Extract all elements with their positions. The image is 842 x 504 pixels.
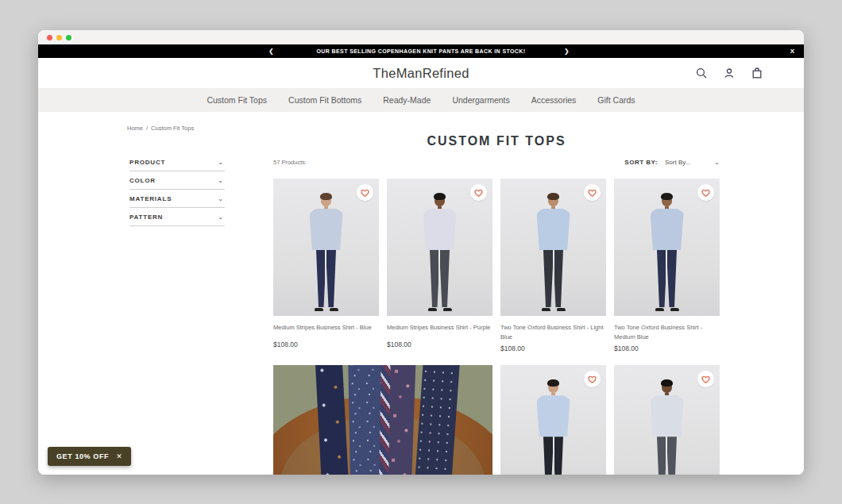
search-icon[interactable] bbox=[696, 67, 707, 79]
close-window-button[interactable] bbox=[47, 35, 52, 40]
filter-product-label: PRODUCT bbox=[129, 159, 165, 166]
product-title[interactable]: Two Tone Oxford Business Shirt - Medium … bbox=[614, 323, 720, 341]
model-photo bbox=[423, 194, 457, 311]
promo-discount-button[interactable]: GET 10% OFF ✕ bbox=[48, 447, 131, 466]
site-header: TheManRefined bbox=[38, 58, 804, 88]
filter-color-label: COLOR bbox=[129, 177, 156, 184]
product-price: $108.00 bbox=[500, 344, 606, 352]
nav-item-gift-cards[interactable]: Gift Cards bbox=[597, 95, 635, 105]
nav-item-accessories[interactable]: Accessories bbox=[531, 95, 577, 105]
wishlist-heart-icon[interactable] bbox=[584, 371, 601, 387]
filter-sidebar: PRODUCT ⌄ COLOR ⌄ MATERIALS ⌄ PATTERN ⌄ bbox=[129, 153, 225, 226]
model-photo bbox=[310, 194, 343, 311]
window-titlebar bbox=[38, 30, 804, 44]
breadcrumb-current: Custom Fit Tops bbox=[151, 125, 194, 132]
filter-pattern-label: PATTERN bbox=[129, 214, 163, 221]
product-card[interactable]: Two Tone Oxford Business Shirt - Medium … bbox=[614, 179, 720, 352]
sort-dropdown-value: Sort By... bbox=[665, 159, 690, 166]
product-card[interactable]: Two Tone Oxford Business Shirt - Light B… bbox=[500, 179, 606, 352]
product-title[interactable]: Two Tone Oxford Business Shirt - Light B… bbox=[500, 323, 606, 341]
cart-icon[interactable] bbox=[751, 67, 763, 79]
nav-item-custom-fit-tops[interactable]: Custom Fit Tops bbox=[207, 95, 267, 105]
model-photo bbox=[537, 381, 570, 475]
main-nav: Custom Fit Tops Custom Fit Bottoms Ready… bbox=[38, 88, 804, 112]
ties-category-banner[interactable] bbox=[273, 365, 492, 475]
product-grid-row-1: Medium Stripes Business Shirt - Blue $10… bbox=[273, 179, 720, 352]
product-grid-row-2 bbox=[273, 365, 720, 475]
promo-close-icon[interactable]: ✕ bbox=[116, 452, 122, 460]
product-count: 57 Products bbox=[273, 159, 305, 166]
tie-photo bbox=[384, 365, 416, 475]
account-icon[interactable] bbox=[724, 67, 735, 79]
breadcrumb: Home / Custom Fit Tops bbox=[127, 125, 194, 132]
chevron-down-icon: ⌄ bbox=[218, 179, 223, 183]
product-card[interactable]: Medium Stripes Business Shirt - Purple $… bbox=[387, 179, 492, 352]
sort-dropdown[interactable]: Sort By... ⌄ bbox=[665, 159, 720, 166]
nav-item-ready-made[interactable]: Ready-Made bbox=[383, 95, 431, 105]
filter-color[interactable]: COLOR ⌄ bbox=[129, 171, 225, 190]
breadcrumb-separator: / bbox=[146, 125, 148, 132]
page-content: Home / Custom Fit Tops PRODUCT ⌄ COLOR ⌄… bbox=[38, 112, 804, 475]
sort-control: SORT BY: Sort By... ⌄ bbox=[624, 159, 720, 166]
header-icons bbox=[696, 58, 763, 88]
page-title: CUSTOM FIT TOPS bbox=[273, 134, 720, 148]
wishlist-heart-icon[interactable] bbox=[697, 184, 714, 201]
breadcrumb-home-link[interactable]: Home bbox=[127, 125, 143, 132]
model-photo bbox=[651, 194, 684, 311]
announcement-bar: ❮ OUR BEST SELLING COPENHAGEN KNIT PANTS… bbox=[38, 44, 804, 58]
nav-item-custom-fit-bottoms[interactable]: Custom Fit Bottoms bbox=[288, 95, 361, 105]
product-price: $108.00 bbox=[387, 340, 492, 348]
product-image bbox=[500, 365, 606, 475]
product-image bbox=[273, 179, 379, 316]
promo-label: GET 10% OFF bbox=[56, 452, 109, 460]
product-title[interactable]: Medium Stripes Business Shirt - Blue bbox=[273, 323, 379, 337]
filter-pattern[interactable]: PATTERN ⌄ bbox=[129, 208, 225, 226]
product-image bbox=[614, 365, 720, 475]
product-image bbox=[614, 179, 720, 316]
wishlist-heart-icon[interactable] bbox=[470, 184, 487, 201]
site-logo[interactable]: TheManRefined bbox=[373, 66, 469, 81]
announcement-prev-icon[interactable]: ❮ bbox=[265, 44, 277, 58]
wishlist-heart-icon[interactable] bbox=[697, 371, 714, 387]
product-title[interactable]: Medium Stripes Business Shirt - Purple bbox=[387, 323, 492, 337]
filter-materials[interactable]: MATERIALS ⌄ bbox=[129, 190, 225, 208]
minimize-window-button[interactable] bbox=[56, 35, 62, 40]
announcement-text: OUR BEST SELLING COPENHAGEN KNIT PANTS A… bbox=[316, 48, 525, 54]
product-card[interactable] bbox=[614, 365, 720, 475]
product-image bbox=[387, 179, 492, 316]
product-card[interactable] bbox=[500, 365, 606, 475]
product-card[interactable]: Medium Stripes Business Shirt - Blue $10… bbox=[273, 179, 379, 352]
product-price: $108.00 bbox=[273, 340, 379, 348]
tie-photo bbox=[412, 365, 460, 475]
chevron-down-icon: ⌄ bbox=[218, 216, 223, 219]
maximize-window-button[interactable] bbox=[66, 35, 71, 40]
product-price: $108.00 bbox=[614, 344, 720, 352]
chevron-down-icon: ⌄ bbox=[714, 161, 720, 164]
browser-window: ❮ OUR BEST SELLING COPENHAGEN KNIT PANTS… bbox=[38, 30, 804, 475]
chevron-down-icon: ⌄ bbox=[218, 161, 223, 164]
model-photo bbox=[651, 381, 684, 475]
chevron-down-icon: ⌄ bbox=[218, 198, 223, 201]
tie-photo bbox=[315, 365, 350, 475]
sort-by-label: SORT BY: bbox=[624, 159, 658, 166]
listing-meta-row: 57 Products SORT BY: Sort By... ⌄ bbox=[273, 159, 720, 166]
nav-item-undergarments[interactable]: Undergarments bbox=[452, 95, 509, 105]
wishlist-heart-icon[interactable] bbox=[357, 184, 373, 201]
filter-product[interactable]: PRODUCT ⌄ bbox=[129, 153, 225, 171]
announcement-next-icon[interactable]: ❯ bbox=[561, 44, 573, 58]
model-photo bbox=[537, 194, 570, 311]
product-image bbox=[500, 179, 606, 316]
filter-materials-label: MATERIALS bbox=[129, 195, 172, 202]
wishlist-heart-icon[interactable] bbox=[584, 184, 601, 201]
product-listing: CUSTOM FIT TOPS 57 Products SORT BY: Sor… bbox=[273, 134, 720, 475]
announcement-close-icon[interactable]: X bbox=[790, 44, 794, 58]
